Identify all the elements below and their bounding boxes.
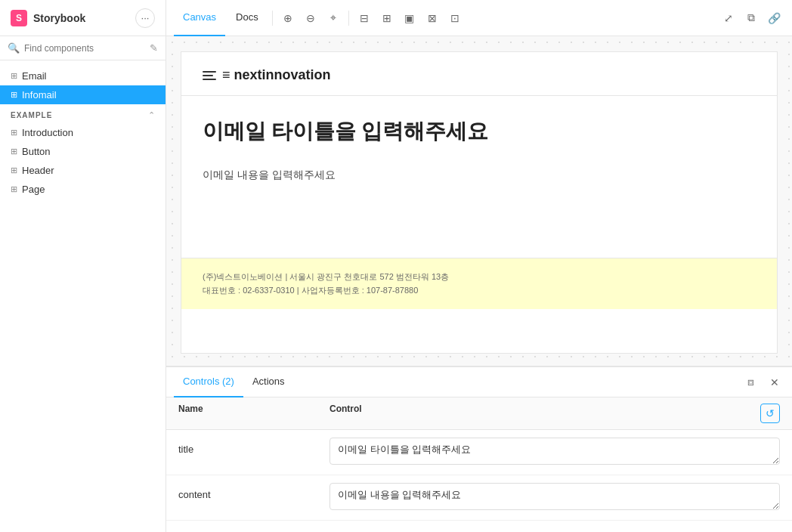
- tab-docs[interactable]: Docs: [227, 0, 268, 36]
- columns-icon: ⊞: [382, 12, 391, 24]
- controls-table: Name Control ↺ title: [166, 397, 792, 532]
- sidebar-menu-button[interactable]: ···: [135, 8, 155, 28]
- bottom-panel-tabs: Controls (2) Actions ⧈ ✕: [166, 367, 792, 397]
- email-content: 이메일 내용을 입력해주세요: [203, 169, 756, 182]
- sidebar-item-email[interactable]: ⊞ Email: [0, 66, 166, 85]
- toolbar-right: ⤢ ⧉ 🔗: [718, 8, 784, 29]
- tab-actions[interactable]: Actions: [243, 367, 294, 397]
- sidebar: S Storybook ··· 🔍 ✎ ⊞ Email: [0, 0, 166, 532]
- single-icon: ▣: [404, 12, 414, 24]
- canvas-area: ≡ nextinnovation 이메일 타이틀을 입력해주세요 이메일 내용을…: [166, 36, 792, 366]
- sidebar-item-infomail-label: Infomail: [22, 89, 57, 101]
- main-area: Canvas Docs ⊕ ⊖ ⌖ ⊟ ⊞ ▣ ⊠ ⊡ ⤢ ⧉: [166, 0, 792, 532]
- control-name-title: title: [178, 438, 329, 455]
- zoom-out-icon: ⊖: [306, 12, 315, 24]
- sidebar-item-header-label: Header: [22, 165, 54, 176]
- controls-row-content: content: [166, 475, 792, 521]
- view-columns-button[interactable]: ⊞: [376, 8, 398, 29]
- controls-row-title: title: [166, 430, 792, 475]
- sidebar-item-page[interactable]: ⊞ Page: [0, 180, 166, 199]
- view-single-button[interactable]: ▣: [399, 8, 420, 29]
- sidebar-item-introduction-label: Introduction: [22, 127, 73, 138]
- brand-name: ≡ nextinnovation: [222, 67, 331, 83]
- bottom-panel: Controls (2) Actions ⧈ ✕: [166, 366, 792, 532]
- sidebar-nav: ⊞ Email ⊞ Infomail EXAMPLE ⌃ ⊞ Introduct…: [0, 60, 166, 532]
- ellipsis-icon: ···: [141, 12, 149, 23]
- nav-box-icon-btn: ⊞: [11, 147, 17, 156]
- sidebar-item-header[interactable]: ⊞ Header: [0, 161, 166, 180]
- nav-box-icon-intro: ⊞: [11, 128, 17, 138]
- controls-header: Name Control ↺: [166, 397, 792, 430]
- email-footer: (주)넥스트이노베이션 | 서울시 광진구 천호대로 572 범전타워 13층 …: [181, 258, 777, 309]
- zoom-in-button[interactable]: ⊕: [277, 8, 299, 29]
- sidebar-item-email-label: Email: [22, 70, 47, 82]
- reset-icon: ↺: [766, 407, 775, 419]
- storybook-logo-icon: S: [11, 10, 27, 26]
- email-header: ≡ nextinnovation: [181, 52, 777, 96]
- link-icon: 🔗: [768, 12, 781, 24]
- bottom-tab-actions: ⧈ ✕: [741, 373, 784, 392]
- sidebar-search-bar: 🔍 ✎: [0, 36, 166, 60]
- nav-box-icon-pg: ⊞: [11, 184, 17, 194]
- sidebar-item-infomail[interactable]: ⊞ Infomail: [0, 85, 166, 104]
- link-button[interactable]: 🔗: [763, 8, 784, 29]
- toolbar-divider: [272, 11, 273, 26]
- close-panel-button[interactable]: ✕: [765, 373, 784, 392]
- search-input[interactable]: [24, 43, 145, 54]
- canvas-frame: ≡ nextinnovation 이메일 타이틀을 입력해주세요 이메일 내용을…: [181, 51, 778, 354]
- chevron-icon: ⌃: [148, 110, 155, 120]
- wrap-icon: ⊠: [428, 12, 437, 24]
- sidebar-item-button-label: Button: [22, 146, 51, 157]
- grid-icon: ⊟: [360, 12, 369, 24]
- close-icon: ✕: [770, 376, 779, 388]
- view-fill-button[interactable]: ⊡: [444, 8, 466, 29]
- nav-box-icon-active: ⊞: [11, 90, 17, 100]
- split-icon: ⧈: [747, 376, 754, 388]
- view-grid-button[interactable]: ⊟: [354, 8, 375, 29]
- email-title-section: 이메일 타이틀을 입력해주세요: [181, 96, 777, 161]
- email-brand: ≡ nextinnovation: [203, 67, 756, 83]
- zoom-reset-button[interactable]: ⌖: [323, 8, 344, 29]
- search-icon: 🔍: [8, 42, 20, 54]
- tab-controls[interactable]: Controls (2): [174, 367, 243, 397]
- zoom-reset-icon: ⌖: [330, 11, 336, 24]
- nav-box-icon-hdr: ⊞: [11, 165, 17, 175]
- fullscreen-button[interactable]: ⤢: [718, 8, 739, 29]
- footer-line1: (주)넥스트이노베이션 | 서울시 광진구 천호대로 572 범전타워 13층: [203, 271, 756, 284]
- sidebar-item-introduction[interactable]: ⊞ Introduction: [0, 123, 166, 142]
- sidebar-item-page-label: Page: [22, 184, 45, 195]
- email-title: 이메일 타이틀을 입력해주세요: [203, 117, 756, 146]
- edit-icon[interactable]: ✎: [150, 42, 158, 54]
- sidebar-section-label: EXAMPLE: [11, 111, 52, 119]
- tab-canvas[interactable]: Canvas: [174, 0, 225, 36]
- split-panel-button[interactable]: ⧈: [741, 373, 760, 392]
- zoom-in-icon: ⊕: [283, 12, 292, 24]
- app-title: Storybook: [33, 12, 85, 24]
- email-content-section: 이메일 내용을 입력해주세요: [181, 161, 777, 258]
- control-value-title: [329, 438, 780, 467]
- controls-col-name: Name: [178, 404, 329, 423]
- view-wrap-button[interactable]: ⊠: [422, 8, 443, 29]
- nav-box-icon: ⊞: [11, 71, 17, 81]
- control-name-content: content: [178, 483, 329, 500]
- fullscreen-icon: ⤢: [724, 12, 733, 24]
- footer-line2: 대표번호 : 02-6337-0310 | 사업자등록번호 : 107-87-8…: [203, 284, 756, 298]
- toolbar: Canvas Docs ⊕ ⊖ ⌖ ⊟ ⊞ ▣ ⊠ ⊡ ⤢ ⧉: [166, 0, 792, 36]
- content-textarea[interactable]: [329, 483, 780, 510]
- new-tab-button[interactable]: ⧉: [741, 8, 762, 29]
- brand-lines-icon: [203, 71, 216, 80]
- sidebar-item-button[interactable]: ⊞ Button: [0, 142, 166, 161]
- toolbar-divider-2: [348, 11, 349, 26]
- controls-reset-button[interactable]: ↺: [760, 404, 780, 423]
- sidebar-section-example[interactable]: EXAMPLE ⌃: [0, 104, 166, 123]
- sidebar-logo: S Storybook ···: [0, 0, 166, 36]
- fill-icon: ⊡: [450, 12, 459, 24]
- control-value-content: [329, 483, 780, 512]
- controls-col-control: Control: [329, 404, 760, 423]
- new-tab-icon: ⧉: [747, 11, 755, 24]
- zoom-out-button[interactable]: ⊖: [300, 8, 321, 29]
- title-textarea[interactable]: [329, 438, 780, 465]
